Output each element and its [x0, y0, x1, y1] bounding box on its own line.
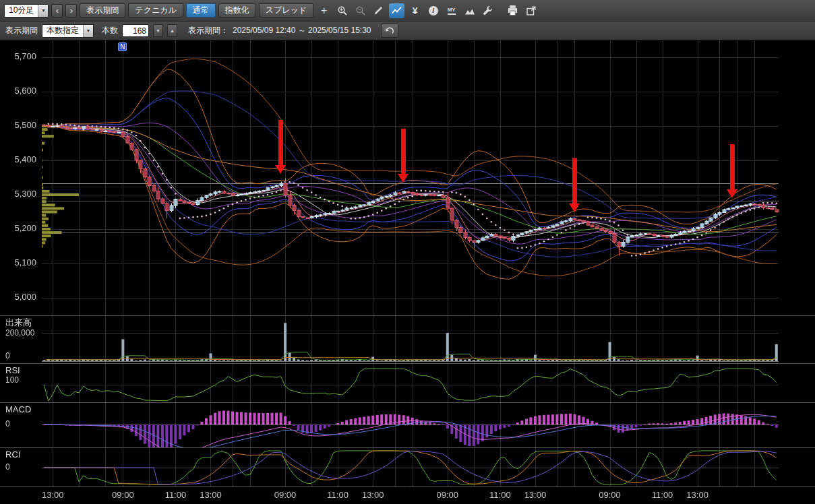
- my-chart-icon-glyph: MY: [448, 7, 456, 15]
- print-icon[interactable]: [505, 3, 520, 18]
- signal-arrow: [727, 144, 738, 198]
- rci-axis-label: 0: [5, 462, 10, 472]
- time-axis-label: 13:00: [359, 491, 386, 500]
- timeframe-value: 10分足: [5, 5, 38, 16]
- price-axis-label: 5,100: [3, 258, 36, 267]
- count-label: 本数: [102, 25, 118, 36]
- zoom-out-icon[interactable]: [353, 3, 368, 18]
- price-axis-label: 5,000: [3, 292, 36, 302]
- zoom-in-icon[interactable]: [334, 3, 350, 18]
- volume-panel-label: 出来高: [5, 318, 32, 327]
- price-axis-label: 5,300: [3, 189, 36, 199]
- undo-icon[interactable]: [381, 24, 398, 38]
- macd-axis-label: 0: [5, 419, 10, 429]
- time-axis-label: 11:00: [487, 491, 514, 500]
- my-chart-icon-label: MY: [448, 7, 456, 13]
- price-axis-label: 5,600: [3, 86, 36, 96]
- signal-arrow: [398, 129, 409, 183]
- signal-arrow: [569, 158, 580, 212]
- display-period-label: 表示期間: [5, 25, 38, 36]
- time-axis-label: 11:00: [324, 491, 351, 500]
- price-axis-label: 5,500: [3, 121, 36, 130]
- info-icon[interactable]: i: [425, 3, 441, 18]
- timeframe-select[interactable]: 10分足 ▼: [4, 4, 49, 18]
- area-chart-icon[interactable]: [462, 3, 477, 18]
- technical-button[interactable]: テクニカル: [128, 3, 183, 18]
- next-button[interactable]: ›: [65, 4, 77, 18]
- indexed-mode-button[interactable]: 指数化: [218, 3, 256, 18]
- range-value: 2025/05/09 12:40 ～ 2025/05/15 15:30: [233, 25, 371, 36]
- range-label: 表示期間：: [188, 25, 229, 36]
- price-axis-label: 5,200: [3, 224, 36, 233]
- normal-mode-button[interactable]: 通常: [186, 3, 216, 18]
- rci-panel-label: RCI: [5, 450, 20, 460]
- count-decrement-button[interactable]: ▼: [153, 24, 163, 37]
- time-axis-label: 11:00: [649, 491, 676, 500]
- rsi-panel-label: RSI: [5, 366, 20, 375]
- display-period-button[interactable]: 表示期間: [80, 3, 125, 18]
- crosshair-icon[interactable]: +: [316, 3, 332, 18]
- time-axis-label: 13:00: [522, 491, 549, 500]
- price-axis-label: 5,700: [3, 52, 36, 61]
- chevron-down-icon[interactable]: ▼: [83, 25, 93, 37]
- count-increment-button[interactable]: ▲: [167, 24, 177, 37]
- signal-arrow: [275, 120, 286, 174]
- time-axis-label: 09:00: [272, 491, 299, 500]
- count-mode-select[interactable]: 本数指定 ▼: [42, 24, 94, 38]
- wrench-icon[interactable]: [480, 3, 495, 18]
- time-axis-label: 13:00: [197, 491, 224, 500]
- main-toolbar: 10分足 ▼ ‹ › 表示期間 テクニカル 通常 指数化 スプレッド + ¥ i…: [0, 0, 815, 22]
- time-axis-label: 09:00: [597, 491, 624, 500]
- my-chart-icon[interactable]: MY: [444, 3, 459, 18]
- news-marker[interactable]: N: [118, 42, 127, 51]
- info-icon-glyph: i: [429, 6, 438, 15]
- pencil-icon[interactable]: [371, 3, 386, 18]
- count-mode-value: 本数指定: [42, 25, 83, 36]
- time-axis-label: 11:00: [162, 491, 189, 500]
- time-axis-label: 13:00: [39, 491, 66, 500]
- time-axis-label: 09:00: [109, 491, 136, 500]
- chevron-down-icon[interactable]: ▼: [38, 5, 48, 17]
- price-chart-canvas[interactable]: [0, 40, 815, 504]
- volume-axis-label: 200,000: [5, 328, 34, 338]
- chart-region: N 出来高 RSI MACD RCI 5,7005,6005,5005,4005…: [0, 40, 815, 504]
- yen-icon[interactable]: ¥: [407, 3, 423, 18]
- rsi-axis-label: 100: [5, 375, 19, 385]
- period-toolbar: 表示期間 本数指定 ▼ 本数 ▼ ▲ 表示期間： 2025/05/09 12:4…: [0, 22, 815, 40]
- spread-mode-button[interactable]: スプレッド: [259, 3, 313, 18]
- time-axis-label: 09:00: [434, 491, 461, 500]
- time-axis-label: 13:00: [684, 491, 711, 500]
- volume-axis-label: 0: [5, 351, 10, 360]
- candle-count-input[interactable]: [122, 24, 149, 37]
- external-window-icon[interactable]: [523, 3, 539, 18]
- macd-panel-label: MACD: [5, 405, 31, 414]
- prev-button[interactable]: ‹: [51, 4, 63, 18]
- chart-application: 10分足 ▼ ‹ › 表示期間 テクニカル 通常 指数化 スプレッド + ¥ i…: [0, 0, 815, 504]
- line-chart-icon[interactable]: [389, 3, 404, 18]
- price-axis-label: 5,400: [3, 155, 36, 164]
